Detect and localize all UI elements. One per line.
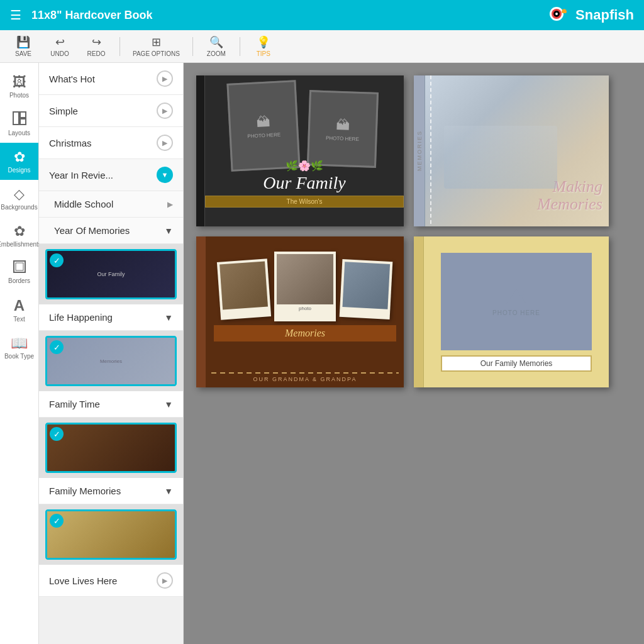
embellishments-icon: ✿ <box>14 223 25 240</box>
thumbnail-family-memories[interactable]: ✓ <box>39 504 183 565</box>
expand-christmas-icon: ▶ <box>157 135 173 151</box>
thumb-item-life-happening[interactable]: ✓ Memories <box>45 336 177 386</box>
sidebar-item-borders[interactable]: Borders <box>0 254 38 291</box>
designs-icon: ✿ <box>14 149 25 165</box>
save-button[interactable]: 💾 SAVE <box>8 33 39 60</box>
polaroid-house <box>340 258 393 319</box>
photos-icon: 🖼 <box>13 74 26 91</box>
top-bar: ☰ 11x8" Hardcover Book Snapfish <box>0 0 644 30</box>
cover-memories-brown[interactable]: photo Memories OUR GRANDMA & GRANDPA <box>196 236 404 387</box>
thumb-item-family-memories[interactable]: ✓ <box>45 509 177 560</box>
borders-icon <box>13 260 26 276</box>
expand-middle-school-icon: ▶ <box>167 200 173 209</box>
category-christmas[interactable]: Christmas ▶ <box>39 127 183 159</box>
svg-rect-4 <box>562 10 567 13</box>
thumbnail-life-happening[interactable]: ✓ Memories <box>39 331 183 391</box>
middle-panel: What's Hot ▶ Simple ▶ Christmas ▶ Year I… <box>39 63 184 644</box>
our-family-text-area: 🌿🌸🌿 Our Family The Wilson's <box>205 160 404 208</box>
redo-icon: ↪ <box>92 35 101 49</box>
left-sidebar: 🖼 Photos Layouts ✿ Designs ◇ Backgrounds… <box>0 63 39 644</box>
category-middle-school[interactable]: Middle School ▶ <box>39 191 183 218</box>
thumb-item-year-memories[interactable]: ✓ Our Family <box>45 249 177 299</box>
selected-check-life-icon: ✓ <box>50 340 64 354</box>
logo-text: Snapfish <box>575 7 634 23</box>
expand-family-time-icon: ▼ <box>164 399 173 409</box>
tips-button[interactable]: 💡 TIPS <box>248 33 279 60</box>
text-icon: A <box>14 297 25 314</box>
category-family-memories[interactable]: Family Memories ▼ <box>39 478 183 504</box>
page-options-icon: ⊞ <box>152 35 161 49</box>
selected-check-memories-icon: ✓ <box>50 514 64 528</box>
expand-simple-icon: ▶ <box>157 103 173 119</box>
expand-year-review-icon: ▼ <box>157 167 173 183</box>
family-memories-caption: Our Family Memories <box>441 355 592 372</box>
photo-placeholder-group: 🏔 PHOTO HERE 🏔 PHOTO HERE <box>215 82 391 170</box>
expand-love-lives-icon: ▶ <box>157 572 173 589</box>
photo-placeholder-left: 🏔 PHOTO HERE <box>226 80 300 172</box>
toolbar-divider <box>119 37 120 56</box>
svg-rect-7 <box>20 112 26 118</box>
svg-rect-10 <box>16 263 23 270</box>
dark-spine <box>196 75 205 226</box>
brown-content: photo Memories OUR GRANDMA & GRANDPA <box>206 236 404 387</box>
category-year-of-memories[interactable]: Year Of Memories ▼ <box>39 218 183 244</box>
photo-placeholder-right: 🏔 PHOTO HERE <box>307 90 379 168</box>
expand-family-memories-icon: ▼ <box>164 486 173 496</box>
expand-year-memories-icon: ▼ <box>164 226 173 236</box>
thumb-item-family-time[interactable]: ✓ <box>45 423 177 473</box>
save-icon: 💾 <box>16 35 30 49</box>
zoom-button[interactable]: 🔍 ZOOM <box>201 33 232 60</box>
category-life-happening[interactable]: Life Happening ▼ <box>39 304 183 331</box>
category-family-time[interactable]: Family Time ▼ <box>39 391 183 418</box>
sidebar-item-book-type[interactable]: 📖 Book Type <box>0 329 38 366</box>
redo-button[interactable]: ↪ REDO <box>80 33 112 60</box>
sidebar-item-text[interactable]: A Text <box>0 291 38 329</box>
stitching-line <box>211 372 399 374</box>
category-simple[interactable]: Simple ▶ <box>39 95 183 127</box>
sidebar-item-photos[interactable]: 🖼 Photos <box>0 68 38 105</box>
category-whats-hot[interactable]: What's Hot ▶ <box>39 63 183 95</box>
canvas-area: 🏔 PHOTO HERE 🏔 PHOTO HERE 🌿🌸🌿 Our Family… <box>184 63 644 644</box>
expand-whats-hot-icon: ▶ <box>157 70 173 87</box>
gray-spine: MEMORIES <box>414 75 425 226</box>
polaroid-cowboy <box>217 258 271 319</box>
thumbnail-year-memories[interactable]: ✓ Our Family <box>39 244 183 304</box>
mountain-icon <box>504 287 529 307</box>
sidebar-item-designs[interactable]: ✿ Designs <box>0 143 38 180</box>
sidebar-item-layouts[interactable]: Layouts <box>0 105 38 143</box>
toolbar: 💾 SAVE ↩ UNDO ↪ REDO ⊞ PAGE OPTIONS 🔍 ZO… <box>0 30 644 63</box>
cover-making-memories[interactable]: MEMORIES Making Memories <box>414 75 609 226</box>
covers-row-1: 🏔 PHOTO HERE 🏔 PHOTO HERE 🌿🌸🌿 Our Family… <box>196 75 631 226</box>
cover-family-memories-yellow[interactable]: PHOTO HERE Our Family Memories <box>414 236 609 387</box>
svg-point-12 <box>519 291 524 296</box>
thumbnail-family-time[interactable]: ✓ <box>39 418 183 478</box>
tips-icon: 💡 <box>257 35 270 49</box>
category-year-in-review[interactable]: Year In Revie... ▼ <box>39 159 183 191</box>
toolbar-divider2 <box>192 37 193 56</box>
sidebar-item-embellishments[interactable]: ✿ Embellishments <box>0 217 38 254</box>
toolbar-divider3 <box>240 37 240 56</box>
svg-point-3 <box>555 13 558 15</box>
memories-ribbon: Memories <box>214 325 396 341</box>
page-options-button[interactable]: ⊞ PAGE OPTIONS <box>128 33 185 60</box>
book-type-icon: 📖 <box>11 335 28 352</box>
cover-our-family[interactable]: 🏔 PHOTO HERE 🏔 PHOTO HERE 🌿🌸🌿 Our Family… <box>196 75 404 226</box>
yellow-content: PHOTO HERE Our Family Memories <box>414 236 609 387</box>
main-layout: 🖼 Photos Layouts ✿ Designs ◇ Backgrounds… <box>0 63 644 644</box>
menu-icon[interactable]: ☰ <box>10 8 21 23</box>
undo-button[interactable]: ↩ UNDO <box>44 33 75 60</box>
zoom-icon: 🔍 <box>209 35 223 49</box>
cover-title: Our Family <box>205 173 404 193</box>
category-love-lives-here[interactable]: Love Lives Here ▶ <box>39 565 183 597</box>
covers-row-2: photo Memories OUR GRANDMA & GRANDPA <box>196 236 631 387</box>
layouts-icon <box>13 111 26 128</box>
polaroid-family: photo <box>274 252 336 321</box>
svg-marker-11 <box>506 289 526 304</box>
sidebar-item-backgrounds[interactable]: ◇ Backgrounds <box>0 180 38 217</box>
selected-check-family-icon: ✓ <box>50 427 64 441</box>
yellow-photo-placeholder: PHOTO HERE <box>441 253 592 350</box>
grandma-caption: OUR GRANDMA & GRANDPA <box>206 376 404 382</box>
polaroid-group: photo <box>214 257 396 321</box>
cover-subtitle: The Wilson's <box>205 196 404 208</box>
svg-rect-6 <box>13 112 19 125</box>
